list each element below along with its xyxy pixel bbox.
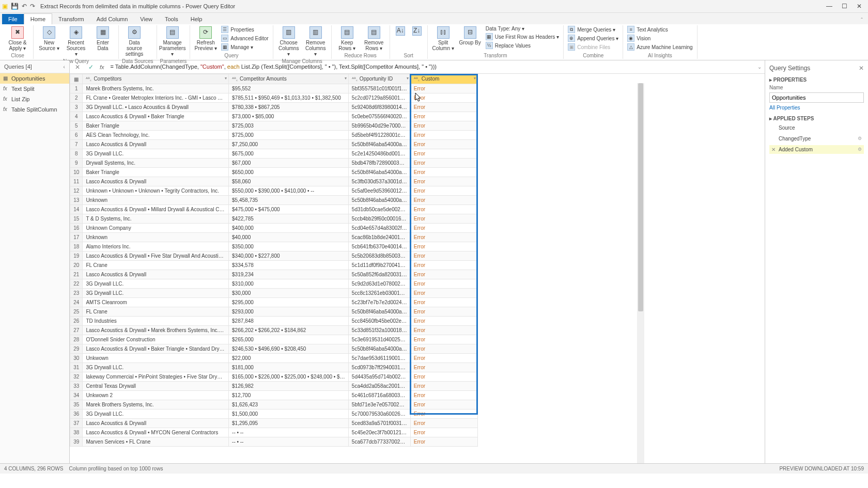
tab-view[interactable]: View <box>134 14 159 24</box>
tab-home[interactable]: Home <box>24 13 52 24</box>
row-number[interactable]: 38 <box>70 428 83 437</box>
cell-opportunity-id[interactable]: 5c0ebe075566f40020315e29 <box>348 112 410 121</box>
row-number[interactable]: 34 <box>70 391 83 400</box>
cell-opportunity-id[interactable]: 5bfd71e3e7e057002b047de1 <box>348 400 410 410</box>
row-number[interactable]: 9 <box>70 159 83 168</box>
cell-opportunity-id[interactable]: 5c50b8f46aba54000a21be03 <box>348 344 410 354</box>
cell-competitors[interactable]: FL Crane <box>83 307 229 317</box>
cell-competitors[interactable]: 3G Drywall LLC. • Lasco Acoustics & Dryw… <box>83 103 229 112</box>
col-oppid-header[interactable]: ᴬᴮ꜀Opportunity ID▾ <box>348 74 410 84</box>
table-row[interactable]: 1Marek Brothers Systems, Inc.$95,5525bf3… <box>70 84 478 93</box>
manage-parameters-button[interactable]: ▤Manage Parameters ▾ <box>160 25 185 58</box>
row-number[interactable]: 32 <box>70 372 83 382</box>
row-number[interactable]: 36 <box>70 410 83 419</box>
cell-custom[interactable]: Error <box>410 131 477 140</box>
row-number[interactable]: 8 <box>70 149 83 159</box>
cell-opportunity-id[interactable]: 5c3e6919531d40025ba948f <box>348 335 410 344</box>
refresh-preview-button[interactable]: ⟳Refresh Preview ▾ <box>193 25 218 52</box>
cell-custom[interactable]: Error <box>410 261 477 270</box>
cell-opportunity-id[interactable]: 5ccb4bb29f60c00016027592 <box>348 214 410 224</box>
table-row[interactable]: 313G Drywall LLC.$181,0005cd0973b7ff2940… <box>70 363 478 372</box>
data-grid[interactable]: ▦ ᴬᴮ꜀Competitors▾ ᴬᴮ꜀Competitor Amounts▾… <box>70 74 765 463</box>
table-row[interactable]: 37Lasco Acoustics & Drywall$1,295,0955ce… <box>70 419 478 428</box>
cell-competitors[interactable]: Lasco Acoustics & Drywall • Baker Triang… <box>83 344 229 354</box>
cell-competitors[interactable]: 3G Drywall LLC. <box>83 289 229 298</box>
step-source[interactable]: Source <box>769 123 864 132</box>
cell-opportunity-id[interactable]: 5cd04e657d4a83002f89f1e0 <box>348 224 410 233</box>
cell-amounts[interactable]: $246,530 • $496,690 • $208,450 <box>229 344 349 354</box>
cell-opportunity-id[interactable]: 5c50b8f46aba54000a21be0d <box>348 196 410 205</box>
cell-competitors[interactable]: Baker Triangle <box>83 168 229 177</box>
combine-files-button[interactable]: ▣Combine Files <box>567 43 619 51</box>
row-number[interactable]: 37 <box>70 419 83 428</box>
row-number[interactable]: 14 <box>70 205 83 214</box>
cell-competitors[interactable]: Marven Services • FL Crane <box>83 437 229 447</box>
close-icon[interactable]: ✕ <box>857 3 862 10</box>
cell-competitors[interactable]: Lasco Acoustics & Drywall <box>83 419 229 428</box>
cell-opportunity-id[interactable]: 5d31db50cae5de00223e9f74 <box>348 205 410 214</box>
cell-competitors[interactable]: Alamo Interiors Inc. <box>83 242 229 251</box>
table-row[interactable]: 39Marven Services • FL Crane-- • --5ca67… <box>70 437 478 447</box>
table-row[interactable]: 20FL Crane$334,5785c1d11df0f9b27004175a3… <box>70 261 478 270</box>
cell-custom[interactable]: Error <box>410 419 477 428</box>
cell-amounts[interactable]: $400,000 <box>229 224 349 233</box>
table-row[interactable]: 38Lasco Acoustics & Drywall • MYCON Gene… <box>70 428 478 437</box>
cell-custom[interactable]: Error <box>410 326 477 335</box>
row-number[interactable]: 17 <box>70 233 83 242</box>
cell-amounts[interactable]: $12,700 <box>229 391 349 400</box>
cell-amounts[interactable]: $295,000 <box>229 298 349 307</box>
table-row[interactable]: 26TD Industries$287,8485cc84560fb45be002… <box>70 317 478 326</box>
cell-opportunity-id[interactable]: 5ca677dcb77337002c9d4d28 <box>348 437 410 447</box>
cell-amounts[interactable]: $350,000 <box>229 242 349 251</box>
remove-columns-button[interactable]: ▥Remove Columns ▾ <box>303 25 328 58</box>
table-row[interactable]: 30Unkwown$22,0005c7dae953d6119001809b44c… <box>70 354 478 363</box>
cell-custom[interactable]: Error <box>410 437 477 447</box>
table-row[interactable]: 15T & D Systems, Inc.$422,7855ccb4bb29f6… <box>70 214 478 224</box>
formula-expand-icon[interactable]: ⌄ <box>757 64 762 70</box>
table-row[interactable]: 13Unknown$5,458,7355c50b8f46aba54000a21b… <box>70 196 478 205</box>
split-column-button[interactable]: ⫿⫿Split Column ▾ <box>431 25 456 52</box>
cell-competitors[interactable]: Unknown <box>83 196 229 205</box>
cell-amounts[interactable]: $293,000 <box>229 307 349 317</box>
cell-amounts[interactable]: $266,202 • $266,202 • $184,862 <box>229 326 349 335</box>
replace-values-button[interactable]: ½Replace Values <box>485 41 560 50</box>
cell-custom[interactable]: Error <box>410 112 477 121</box>
cell-custom[interactable]: Error <box>410 298 477 307</box>
properties-button[interactable]: ☰Properties <box>220 25 269 34</box>
filter-icon[interactable]: ▾ <box>345 76 347 81</box>
cell-custom[interactable]: Error <box>410 149 477 159</box>
cell-custom[interactable]: Error <box>410 93 477 103</box>
col-competitors-header[interactable]: ᴬᴮ꜀Competitors▾ <box>83 74 229 84</box>
row-number[interactable]: 10 <box>70 168 83 177</box>
cell-amounts[interactable]: $95,552 <box>229 84 349 93</box>
cell-opportunity-id[interactable]: 5c700079530a60026d3c3de <box>348 410 410 419</box>
cell-custom[interactable]: Error <box>410 233 477 242</box>
row-number[interactable]: 3 <box>70 103 83 112</box>
row-number[interactable]: 22 <box>70 279 83 289</box>
cell-competitors[interactable]: lakeway Commercial • PinPoint Strategies… <box>83 372 229 382</box>
cell-custom[interactable]: Error <box>410 140 477 149</box>
query-list-zip[interactable]: List Zip <box>0 94 69 104</box>
table-row[interactable]: 17Unknown$40,0005cac86b1b8de24001835c3ba… <box>70 233 478 242</box>
cell-opportunity-id[interactable]: 5c5b20683d8b8500309c2a4e <box>348 251 410 261</box>
table-row[interactable]: 7Lasco Acoustics & Drywall$7,250,0005c50… <box>70 140 478 149</box>
table-row[interactable]: 34Unkwown 2$12,7005c461c68716a6800302c93… <box>70 391 478 400</box>
table-row[interactable]: 5Baker Triangle$725,0035b9965b40d29e7000… <box>70 121 478 131</box>
cell-custom[interactable]: Error <box>410 270 477 279</box>
row-number[interactable]: 26 <box>70 317 83 326</box>
cell-amounts[interactable]: $287,848 <box>229 317 349 326</box>
manage-button[interactable]: ▦Manage ▾ <box>220 43 269 51</box>
collapse-queries-icon[interactable]: ‹ <box>63 64 65 70</box>
cell-amounts[interactable]: $650,000 <box>229 168 349 177</box>
cell-amounts[interactable]: $73,000 • $85,000 <box>229 112 349 121</box>
cell-amounts[interactable]: $181,000 <box>229 363 349 372</box>
cell-competitors[interactable]: Lasco Acoustics & Drywall <box>83 177 229 186</box>
cell-competitors[interactable]: 3G Drywall LLC. <box>83 410 229 419</box>
table-row[interactable]: 27Lasco Acoustics & Drywall • Marek Brot… <box>70 326 478 335</box>
keep-rows-button[interactable]: ▤Keep Rows ▾ <box>335 25 360 52</box>
cell-amounts[interactable]: $422,785 <box>229 214 349 224</box>
cell-custom[interactable]: Error <box>410 224 477 233</box>
first-row-headers-button[interactable]: ▦Use First Row as Headers ▾ <box>485 33 560 41</box>
filter-icon[interactable]: ▾ <box>474 76 476 81</box>
table-row[interactable]: 18Alamo Interiors Inc.$350,0005cb641fb63… <box>70 242 478 251</box>
